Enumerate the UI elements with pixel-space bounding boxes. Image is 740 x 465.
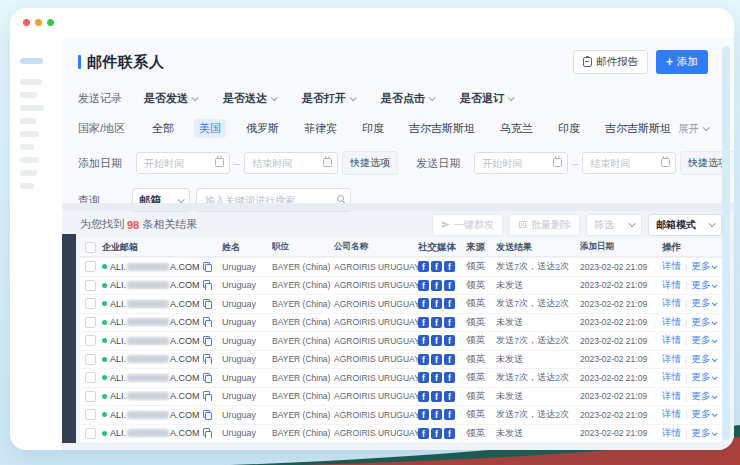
- detail-link[interactable]: 详情: [662, 316, 681, 329]
- row-checkbox[interactable]: [85, 298, 96, 309]
- copy-icon[interactable]: [203, 428, 212, 438]
- copy-icon[interactable]: [203, 317, 212, 327]
- detail-link[interactable]: 详情: [662, 390, 681, 403]
- country-option[interactable]: 菲律宾: [299, 119, 342, 138]
- row-checkbox[interactable]: [85, 261, 96, 272]
- facebook-icon[interactable]: f: [444, 280, 455, 291]
- facebook-icon[interactable]: f: [431, 428, 442, 439]
- bulk-delete-button[interactable]: 批量删除: [509, 214, 580, 236]
- facebook-icon[interactable]: f: [431, 372, 442, 383]
- detail-link[interactable]: 详情: [662, 260, 681, 273]
- sidebar-item-skeleton[interactable]: [20, 144, 34, 150]
- country-option[interactable]: 乌克兰: [495, 119, 538, 138]
- more-link[interactable]: 更多: [691, 371, 716, 384]
- sidebar-item-skeleton[interactable]: [20, 92, 37, 98]
- facebook-icon[interactable]: f: [418, 428, 429, 439]
- send-filter-dropdown[interactable]: 是否点击: [381, 91, 434, 106]
- detail-link[interactable]: 详情: [662, 427, 681, 440]
- add-button[interactable]: + 添加: [656, 50, 708, 74]
- facebook-icon[interactable]: f: [444, 298, 455, 309]
- add-date-quick-button[interactable]: 快捷选项: [342, 151, 398, 175]
- row-checkbox[interactable]: [85, 335, 96, 346]
- facebook-icon[interactable]: f: [418, 372, 429, 383]
- scrollbar[interactable]: [722, 46, 730, 440]
- facebook-icon[interactable]: f: [444, 261, 455, 272]
- send-filter-dropdown[interactable]: 是否发送: [144, 91, 197, 106]
- send-filter-dropdown[interactable]: 是否退订: [460, 91, 513, 106]
- expand-button[interactable]: 展开: [678, 122, 708, 136]
- facebook-icon[interactable]: f: [418, 409, 429, 420]
- detail-link[interactable]: 详情: [662, 279, 681, 292]
- bulk-send-button[interactable]: 一键群发: [432, 214, 503, 236]
- detail-link[interactable]: 详情: [662, 371, 681, 384]
- facebook-icon[interactable]: f: [431, 298, 442, 309]
- send-filter-dropdown[interactable]: 是否打开: [302, 91, 355, 106]
- detail-link[interactable]: 详情: [662, 334, 681, 347]
- row-checkbox[interactable]: [85, 428, 96, 439]
- send-record-label[interactable]: 发送记录: [78, 91, 122, 106]
- sidebar-item-skeleton[interactable]: [20, 79, 42, 85]
- send-filter-dropdown[interactable]: 是否送达: [223, 91, 276, 106]
- row-checkbox[interactable]: [85, 391, 96, 402]
- detail-link[interactable]: 详情: [662, 297, 681, 310]
- facebook-icon[interactable]: f: [444, 335, 455, 346]
- more-link[interactable]: 更多: [691, 390, 716, 403]
- country-option[interactable]: 吉尔吉斯斯坦: [600, 119, 676, 138]
- facebook-icon[interactable]: f: [418, 280, 429, 291]
- facebook-icon[interactable]: f: [418, 317, 429, 328]
- sidebar-item-skeleton[interactable]: [20, 131, 39, 137]
- more-link[interactable]: 更多: [691, 297, 716, 310]
- sidebar-item-skeleton[interactable]: [20, 105, 44, 111]
- minimize-window-button[interactable]: [35, 19, 42, 26]
- copy-icon[interactable]: [203, 391, 212, 401]
- filter-select[interactable]: 筛选: [586, 214, 642, 236]
- sidebar-item-skeleton[interactable]: [20, 170, 37, 176]
- copy-icon[interactable]: [203, 354, 212, 364]
- detail-link[interactable]: 详情: [662, 408, 681, 421]
- country-option[interactable]: 吉尔吉斯斯坦: [404, 119, 480, 138]
- more-link[interactable]: 更多: [691, 279, 716, 292]
- row-checkbox[interactable]: [85, 280, 96, 291]
- country-option[interactable]: 印度: [357, 119, 389, 138]
- copy-icon[interactable]: [203, 280, 212, 290]
- facebook-icon[interactable]: f: [418, 391, 429, 402]
- facebook-icon[interactable]: f: [431, 335, 442, 346]
- country-option[interactable]: 印度: [553, 119, 585, 138]
- facebook-icon[interactable]: f: [418, 261, 429, 272]
- facebook-icon[interactable]: f: [444, 372, 455, 383]
- facebook-icon[interactable]: f: [431, 391, 442, 402]
- facebook-icon[interactable]: f: [431, 261, 442, 272]
- country-option[interactable]: 俄罗斯: [241, 119, 284, 138]
- facebook-icon[interactable]: f: [444, 354, 455, 365]
- facebook-icon[interactable]: f: [418, 335, 429, 346]
- sidebar-active-item-skeleton[interactable]: [20, 58, 43, 64]
- select-all-checkbox[interactable]: [85, 242, 96, 253]
- facebook-icon[interactable]: f: [431, 317, 442, 328]
- more-link[interactable]: 更多: [691, 260, 716, 273]
- facebook-icon[interactable]: f: [431, 354, 442, 365]
- row-checkbox[interactable]: [85, 372, 96, 383]
- mail-report-button[interactable]: 邮件报告: [573, 50, 648, 74]
- facebook-icon[interactable]: f: [431, 280, 442, 291]
- more-link[interactable]: 更多: [691, 408, 716, 421]
- sidebar-item-skeleton[interactable]: [20, 118, 36, 124]
- copy-icon[interactable]: [203, 336, 212, 346]
- copy-icon[interactable]: [203, 373, 212, 383]
- sidebar-item-skeleton[interactable]: [20, 183, 34, 189]
- row-checkbox[interactable]: [85, 409, 96, 420]
- close-window-button[interactable]: [23, 19, 30, 26]
- sidebar-item-skeleton[interactable]: [20, 157, 39, 163]
- country-option[interactable]: 全部: [147, 119, 179, 138]
- more-link[interactable]: 更多: [691, 316, 716, 329]
- facebook-icon[interactable]: f: [418, 354, 429, 365]
- facebook-icon[interactable]: f: [444, 391, 455, 402]
- detail-link[interactable]: 详情: [662, 353, 681, 366]
- facebook-icon[interactable]: f: [418, 298, 429, 309]
- row-checkbox[interactable]: [85, 317, 96, 328]
- more-link[interactable]: 更多: [691, 353, 716, 366]
- copy-icon[interactable]: [203, 262, 212, 272]
- copy-icon[interactable]: [203, 410, 212, 420]
- facebook-icon[interactable]: f: [444, 409, 455, 420]
- facebook-icon[interactable]: f: [431, 409, 442, 420]
- mailbox-mode-select[interactable]: 邮箱模式: [648, 214, 722, 236]
